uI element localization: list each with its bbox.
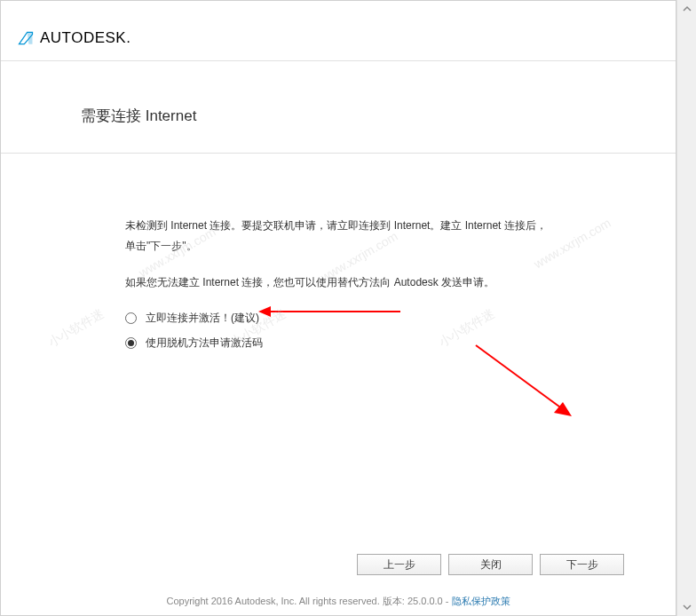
header: AUTODESK. <box>1 1 676 61</box>
radio-label: 立即连接并激活！(建议) <box>146 308 259 328</box>
button-bar: 上一步 关闭 下一步 <box>357 554 624 575</box>
scrollbar[interactable] <box>676 0 696 616</box>
instruction-text-1: 未检测到 Internet 连接。要提交联机申请，请立即连接到 Internet… <box>125 216 551 257</box>
radio-group: 立即连接并激活！(建议) 使用脱机方法申请激活码 <box>125 308 551 353</box>
svg-marker-3 <box>554 402 572 416</box>
title-section: 需要连接 Internet <box>1 61 676 154</box>
autodesk-logo-icon <box>17 29 35 47</box>
radio-icon[interactable] <box>125 312 137 324</box>
close-button[interactable]: 关闭 <box>448 554 533 575</box>
next-button[interactable]: 下一步 <box>540 554 624 575</box>
instruction-text-2: 如果您无法建立 Internet 连接，您也可以使用替代方法向 Autodesk… <box>125 272 551 293</box>
brand-text: AUTODESK. <box>40 29 130 47</box>
radio-offline-method[interactable]: 使用脱机方法申请激活码 <box>125 333 551 353</box>
copyright-text: Copyright 2016 Autodesk, Inc. All rights… <box>167 596 452 606</box>
scroll-down-icon[interactable] <box>677 598 696 616</box>
content-area: 未检测到 Internet 连接。要提交联机申请，请立即连接到 Internet… <box>1 154 676 384</box>
radio-connect-now[interactable]: 立即连接并激活！(建议) <box>125 308 551 328</box>
radio-label: 使用脱机方法申请激活码 <box>146 333 263 353</box>
page-title: 需要连接 Internet <box>81 106 596 126</box>
radio-icon[interactable] <box>125 337 137 349</box>
footer: Copyright 2016 Autodesk, Inc. All rights… <box>1 595 676 608</box>
main-window: AUTODESK. 需要连接 Internet 未检测到 Internet 连接… <box>0 0 676 616</box>
scroll-up-icon[interactable] <box>677 0 696 18</box>
privacy-link[interactable]: 隐私保护政策 <box>452 596 510 606</box>
back-button[interactable]: 上一步 <box>357 554 441 575</box>
